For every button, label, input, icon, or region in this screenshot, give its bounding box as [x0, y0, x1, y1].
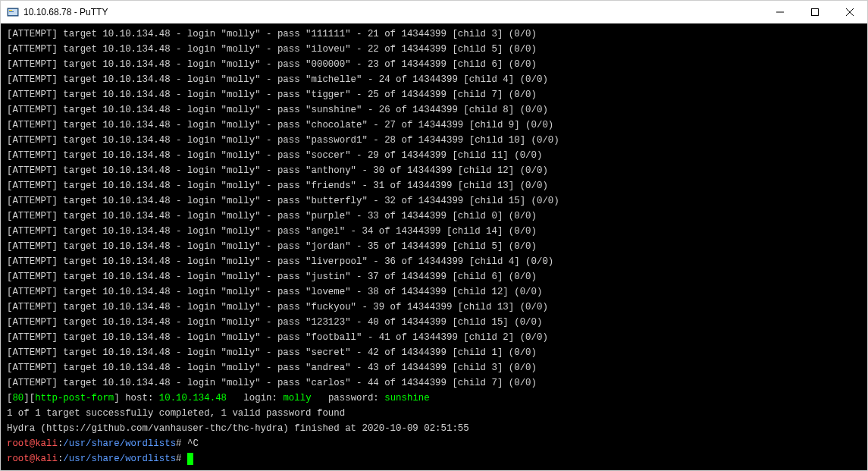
- result-line: [80][http-post-form] host: 10.10.134.48 …: [7, 391, 861, 406]
- window-controls: [763, 1, 867, 23]
- attempt-line: [ATTEMPT] target 10.10.134.48 - login "m…: [7, 42, 861, 57]
- attempt-line: [ATTEMPT] target 10.10.134.48 - login "m…: [7, 284, 861, 300]
- attempt-line: [ATTEMPT] target 10.10.134.48 - login "m…: [7, 224, 861, 239]
- svg-rect-3: [9, 11, 14, 12]
- svg-rect-2: [9, 10, 12, 11]
- svg-rect-5: [812, 8, 819, 15]
- attempt-line: [ATTEMPT] target 10.10.134.48 - login "m…: [7, 300, 861, 315]
- terminal-cursor: [187, 453, 193, 465]
- attempt-line: [ATTEMPT] target 10.10.134.48 - login "m…: [7, 375, 861, 391]
- attempt-line: [ATTEMPT] target 10.10.134.48 - login "m…: [7, 345, 861, 360]
- minimize-button[interactable]: [763, 1, 797, 23]
- attempt-line: [ATTEMPT] target 10.10.134.48 - login "m…: [7, 148, 861, 163]
- titlebar[interactable]: 10.10.68.78 - PuTTY: [1, 1, 867, 24]
- attempt-line: [ATTEMPT] target 10.10.134.48 - login "m…: [7, 209, 861, 224]
- attempt-line: [ATTEMPT] target 10.10.134.48 - login "m…: [7, 269, 861, 284]
- putty-icon: [7, 6, 19, 18]
- attempt-line: [ATTEMPT] target 10.10.134.48 - login "m…: [7, 178, 861, 193]
- attempt-line: [ATTEMPT] target 10.10.134.48 - login "m…: [7, 133, 861, 148]
- attempt-line: [ATTEMPT] target 10.10.134.48 - login "m…: [7, 193, 861, 209]
- attempt-line: [ATTEMPT] target 10.10.134.48 - login "m…: [7, 163, 861, 178]
- attempt-line: [ATTEMPT] target 10.10.134.48 - login "m…: [7, 360, 861, 375]
- attempt-line: [ATTEMPT] target 10.10.134.48 - login "m…: [7, 254, 861, 269]
- attempt-line: [ATTEMPT] target 10.10.134.48 - login "m…: [7, 102, 861, 118]
- attempt-line: [ATTEMPT] target 10.10.134.48 - login "m…: [7, 57, 861, 72]
- attempt-line: [ATTEMPT] target 10.10.134.48 - login "m…: [7, 118, 861, 133]
- attempt-line: [ATTEMPT] target 10.10.134.48 - login "m…: [7, 87, 861, 102]
- summary-line: 1 of 1 target successfully completed, 1 …: [7, 406, 861, 421]
- attempt-line: [ATTEMPT] target 10.10.134.48 - login "m…: [7, 239, 861, 254]
- window-title: 10.10.68.78 - PuTTY: [24, 7, 763, 17]
- attempt-line: [ATTEMPT] target 10.10.134.48 - login "m…: [7, 315, 861, 330]
- finish-line: Hydra (https://github.com/vanhauser-thc/…: [7, 421, 861, 436]
- attempt-line: [ATTEMPT] target 10.10.134.48 - login "m…: [7, 27, 861, 42]
- putty-window: 10.10.68.78 - PuTTY [ATTEMPT] target 10.…: [0, 0, 868, 471]
- prompt-line-active[interactable]: root@kali:/usr/share/wordlists#: [7, 451, 861, 466]
- prompt-line: root@kali:/usr/share/wordlists# ^C: [7, 436, 861, 451]
- attempt-line: [ATTEMPT] target 10.10.134.48 - login "m…: [7, 72, 861, 87]
- terminal-pane[interactable]: [ATTEMPT] target 10.10.134.48 - login "m…: [1, 24, 867, 470]
- attempt-line: [ATTEMPT] target 10.10.134.48 - login "m…: [7, 330, 861, 345]
- close-button[interactable]: [832, 1, 867, 23]
- maximize-button[interactable]: [797, 1, 832, 23]
